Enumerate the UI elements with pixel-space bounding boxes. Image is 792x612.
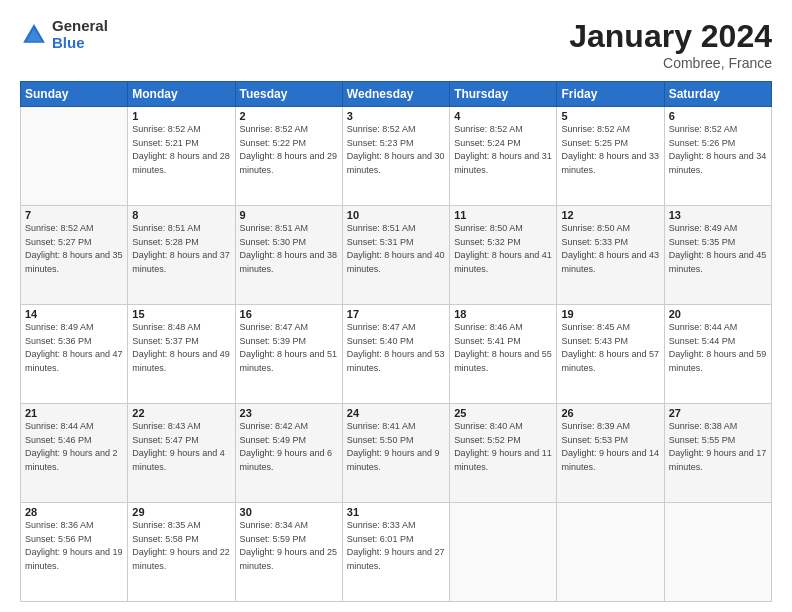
calendar-cell: 17Sunrise: 8:47 AMSunset: 5:40 PMDayligh… (342, 305, 449, 404)
day-number: 15 (132, 308, 230, 320)
header: General Blue January 2024 Combree, Franc… (20, 18, 772, 71)
calendar-cell: 28Sunrise: 8:36 AMSunset: 5:56 PMDayligh… (21, 503, 128, 602)
location: Combree, France (569, 55, 772, 71)
day-number: 16 (240, 308, 338, 320)
calendar-cell: 6Sunrise: 8:52 AMSunset: 5:26 PMDaylight… (664, 107, 771, 206)
day-number: 24 (347, 407, 445, 419)
day-number: 14 (25, 308, 123, 320)
calendar-cell: 31Sunrise: 8:33 AMSunset: 6:01 PMDayligh… (342, 503, 449, 602)
day-info: Sunrise: 8:51 AMSunset: 5:30 PMDaylight:… (240, 222, 338, 276)
day-info: Sunrise: 8:52 AMSunset: 5:24 PMDaylight:… (454, 123, 552, 177)
calendar-cell: 2Sunrise: 8:52 AMSunset: 5:22 PMDaylight… (235, 107, 342, 206)
day-info: Sunrise: 8:38 AMSunset: 5:55 PMDaylight:… (669, 420, 767, 474)
week-row-4: 21Sunrise: 8:44 AMSunset: 5:46 PMDayligh… (21, 404, 772, 503)
day-number: 17 (347, 308, 445, 320)
day-info: Sunrise: 8:52 AMSunset: 5:25 PMDaylight:… (561, 123, 659, 177)
calendar-cell (450, 503, 557, 602)
week-row-1: 1Sunrise: 8:52 AMSunset: 5:21 PMDaylight… (21, 107, 772, 206)
day-header-wednesday: Wednesday (342, 82, 449, 107)
day-header-friday: Friday (557, 82, 664, 107)
day-info: Sunrise: 8:52 AMSunset: 5:23 PMDaylight:… (347, 123, 445, 177)
calendar-table: SundayMondayTuesdayWednesdayThursdayFrid… (20, 81, 772, 602)
day-info: Sunrise: 8:44 AMSunset: 5:46 PMDaylight:… (25, 420, 123, 474)
calendar-cell (664, 503, 771, 602)
week-row-3: 14Sunrise: 8:49 AMSunset: 5:36 PMDayligh… (21, 305, 772, 404)
day-number: 4 (454, 110, 552, 122)
calendar-header-row: SundayMondayTuesdayWednesdayThursdayFrid… (21, 82, 772, 107)
day-info: Sunrise: 8:52 AMSunset: 5:26 PMDaylight:… (669, 123, 767, 177)
day-number: 20 (669, 308, 767, 320)
day-info: Sunrise: 8:40 AMSunset: 5:52 PMDaylight:… (454, 420, 552, 474)
logo-general-text: General (52, 18, 108, 35)
day-info: Sunrise: 8:52 AMSunset: 5:21 PMDaylight:… (132, 123, 230, 177)
day-info: Sunrise: 8:49 AMSunset: 5:36 PMDaylight:… (25, 321, 123, 375)
calendar-cell: 25Sunrise: 8:40 AMSunset: 5:52 PMDayligh… (450, 404, 557, 503)
day-info: Sunrise: 8:48 AMSunset: 5:37 PMDaylight:… (132, 321, 230, 375)
day-info: Sunrise: 8:43 AMSunset: 5:47 PMDaylight:… (132, 420, 230, 474)
calendar-cell: 4Sunrise: 8:52 AMSunset: 5:24 PMDaylight… (450, 107, 557, 206)
day-number: 22 (132, 407, 230, 419)
calendar-cell: 22Sunrise: 8:43 AMSunset: 5:47 PMDayligh… (128, 404, 235, 503)
day-number: 25 (454, 407, 552, 419)
calendar-cell: 15Sunrise: 8:48 AMSunset: 5:37 PMDayligh… (128, 305, 235, 404)
day-info: Sunrise: 8:45 AMSunset: 5:43 PMDaylight:… (561, 321, 659, 375)
calendar-cell: 29Sunrise: 8:35 AMSunset: 5:58 PMDayligh… (128, 503, 235, 602)
calendar-cell (21, 107, 128, 206)
day-number: 29 (132, 506, 230, 518)
calendar-cell: 5Sunrise: 8:52 AMSunset: 5:25 PMDaylight… (557, 107, 664, 206)
calendar-cell (557, 503, 664, 602)
calendar-cell: 1Sunrise: 8:52 AMSunset: 5:21 PMDaylight… (128, 107, 235, 206)
logo-blue-text: Blue (52, 35, 108, 52)
day-number: 11 (454, 209, 552, 221)
calendar-cell: 20Sunrise: 8:44 AMSunset: 5:44 PMDayligh… (664, 305, 771, 404)
day-info: Sunrise: 8:52 AMSunset: 5:22 PMDaylight:… (240, 123, 338, 177)
day-info: Sunrise: 8:51 AMSunset: 5:28 PMDaylight:… (132, 222, 230, 276)
day-number: 28 (25, 506, 123, 518)
title-block: January 2024 Combree, France (569, 18, 772, 71)
day-header-monday: Monday (128, 82, 235, 107)
day-number: 13 (669, 209, 767, 221)
calendar-cell: 18Sunrise: 8:46 AMSunset: 5:41 PMDayligh… (450, 305, 557, 404)
day-info: Sunrise: 8:51 AMSunset: 5:31 PMDaylight:… (347, 222, 445, 276)
day-info: Sunrise: 8:39 AMSunset: 5:53 PMDaylight:… (561, 420, 659, 474)
calendar-cell: 9Sunrise: 8:51 AMSunset: 5:30 PMDaylight… (235, 206, 342, 305)
calendar-cell: 12Sunrise: 8:50 AMSunset: 5:33 PMDayligh… (557, 206, 664, 305)
day-number: 2 (240, 110, 338, 122)
day-info: Sunrise: 8:47 AMSunset: 5:40 PMDaylight:… (347, 321, 445, 375)
day-info: Sunrise: 8:36 AMSunset: 5:56 PMDaylight:… (25, 519, 123, 573)
calendar-cell: 7Sunrise: 8:52 AMSunset: 5:27 PMDaylight… (21, 206, 128, 305)
calendar-cell: 11Sunrise: 8:50 AMSunset: 5:32 PMDayligh… (450, 206, 557, 305)
day-number: 19 (561, 308, 659, 320)
calendar-cell: 23Sunrise: 8:42 AMSunset: 5:49 PMDayligh… (235, 404, 342, 503)
day-number: 1 (132, 110, 230, 122)
day-number: 31 (347, 506, 445, 518)
day-info: Sunrise: 8:44 AMSunset: 5:44 PMDaylight:… (669, 321, 767, 375)
day-header-tuesday: Tuesday (235, 82, 342, 107)
day-number: 18 (454, 308, 552, 320)
week-row-2: 7Sunrise: 8:52 AMSunset: 5:27 PMDaylight… (21, 206, 772, 305)
day-header-sunday: Sunday (21, 82, 128, 107)
day-info: Sunrise: 8:34 AMSunset: 5:59 PMDaylight:… (240, 519, 338, 573)
day-info: Sunrise: 8:50 AMSunset: 5:33 PMDaylight:… (561, 222, 659, 276)
day-info: Sunrise: 8:52 AMSunset: 5:27 PMDaylight:… (25, 222, 123, 276)
calendar-cell: 10Sunrise: 8:51 AMSunset: 5:31 PMDayligh… (342, 206, 449, 305)
day-number: 7 (25, 209, 123, 221)
week-row-5: 28Sunrise: 8:36 AMSunset: 5:56 PMDayligh… (21, 503, 772, 602)
day-number: 8 (132, 209, 230, 221)
calendar-cell: 13Sunrise: 8:49 AMSunset: 5:35 PMDayligh… (664, 206, 771, 305)
calendar-cell: 16Sunrise: 8:47 AMSunset: 5:39 PMDayligh… (235, 305, 342, 404)
day-number: 23 (240, 407, 338, 419)
day-number: 10 (347, 209, 445, 221)
calendar-cell: 24Sunrise: 8:41 AMSunset: 5:50 PMDayligh… (342, 404, 449, 503)
calendar-cell: 19Sunrise: 8:45 AMSunset: 5:43 PMDayligh… (557, 305, 664, 404)
logo-icon (20, 21, 48, 49)
calendar-cell: 8Sunrise: 8:51 AMSunset: 5:28 PMDaylight… (128, 206, 235, 305)
day-number: 21 (25, 407, 123, 419)
logo: General Blue (20, 18, 108, 51)
day-header-saturday: Saturday (664, 82, 771, 107)
calendar-cell: 3Sunrise: 8:52 AMSunset: 5:23 PMDaylight… (342, 107, 449, 206)
day-number: 5 (561, 110, 659, 122)
day-number: 26 (561, 407, 659, 419)
day-info: Sunrise: 8:35 AMSunset: 5:58 PMDaylight:… (132, 519, 230, 573)
calendar-cell: 21Sunrise: 8:44 AMSunset: 5:46 PMDayligh… (21, 404, 128, 503)
